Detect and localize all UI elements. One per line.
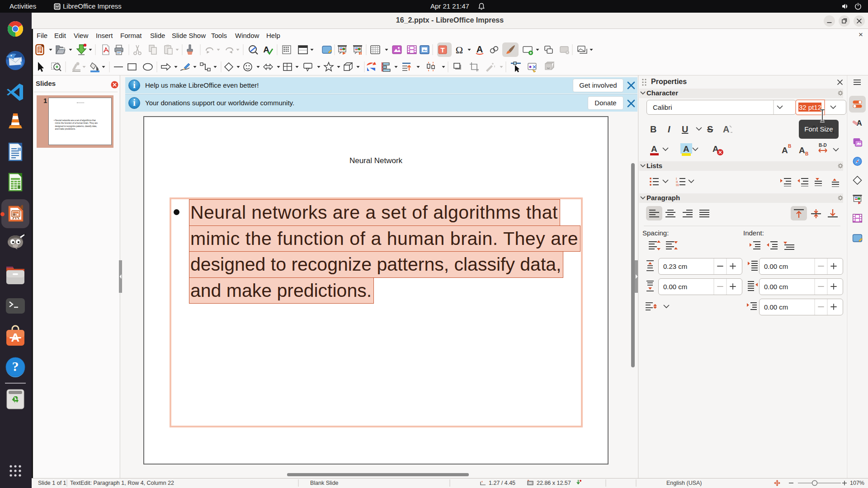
svg-text:A: A [683, 144, 689, 154]
svg-text:B-D: B-D [819, 143, 827, 148]
svg-text:?: ? [12, 359, 19, 374]
svg-text:Ω: Ω [456, 44, 463, 56]
svg-text:T: T [440, 46, 444, 54]
svg-text:S: S [707, 124, 713, 134]
svg-text:B: B [788, 144, 791, 149]
svg-text:A: A [723, 124, 729, 134]
svg-text:III: III [676, 183, 679, 187]
svg-text:B: B [650, 124, 656, 134]
svg-text:I: I [668, 124, 670, 134]
svg-text:A: A [476, 44, 483, 54]
svg-text:A: A [782, 145, 788, 155]
svg-text:U: U [682, 124, 688, 134]
svg-text:B: B [805, 151, 808, 156]
svg-text:A: A [799, 145, 805, 155]
svg-text:A: A [651, 144, 657, 154]
